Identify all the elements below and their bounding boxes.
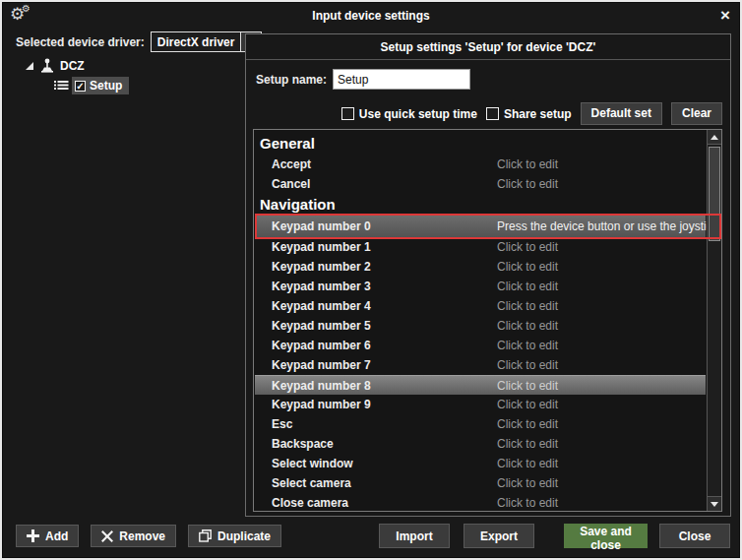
- list-item-value[interactable]: Click to edit: [497, 414, 558, 434]
- list-item-value[interactable]: Click to edit: [497, 355, 558, 375]
- list-item-close-camera[interactable]: Close cameraClick to edit: [255, 493, 706, 513]
- remove-button-label: Remove: [119, 529, 165, 543]
- list-item-select-camera[interactable]: Select cameraClick to edit: [255, 473, 706, 493]
- list-scrollbar[interactable]: [707, 130, 721, 511]
- footer-left-buttons: Add Remove Duplicate: [16, 525, 281, 547]
- import-button[interactable]: Import: [379, 524, 450, 548]
- list-item-backspace[interactable]: BackspaceClick to edit: [255, 434, 706, 454]
- duplicate-button-label: Duplicate: [217, 529, 271, 543]
- list-item-keypad-number-5[interactable]: Keypad number 5Click to edit: [255, 316, 706, 336]
- key-bindings-list: GeneralAcceptClick to editCancelClick to…: [253, 129, 722, 512]
- setup-name-input[interactable]: [333, 69, 470, 90]
- setup-name-field-label: Setup name:: [256, 73, 327, 87]
- list-item-value[interactable]: Click to edit: [497, 473, 558, 493]
- list-section-header: General: [255, 133, 706, 155]
- setup-options-row: Use quick setup time Share setup Default…: [246, 102, 722, 125]
- settings-list-rows: GeneralAcceptClick to editCancelClick to…: [255, 133, 706, 513]
- clear-button[interactable]: Clear: [671, 102, 722, 125]
- setup-panel-header: Setup settings 'Setup' for device 'DCZ': [246, 34, 730, 60]
- list-item-value[interactable]: Press the device button or use the joyst…: [497, 216, 718, 237]
- driver-dropdown-value: DirectX driver: [152, 32, 240, 51]
- list-item-label: Backspace: [272, 434, 334, 454]
- setup-checkbox-checked[interactable]: ✓: [75, 81, 86, 92]
- list-item-keypad-number-7[interactable]: Keypad number 7Click to edit: [255, 355, 706, 375]
- triangle-down-icon: [711, 502, 718, 507]
- list-item-value[interactable]: Click to edit: [497, 296, 558, 316]
- list-item-value[interactable]: Click to edit: [497, 454, 558, 473]
- expander-icon[interactable]: [26, 62, 33, 70]
- list-item-label: Keypad number 8: [272, 376, 371, 396]
- add-button[interactable]: Add: [16, 525, 79, 547]
- list-item-keypad-number-3[interactable]: Keypad number 3Click to edit: [255, 277, 706, 296]
- plus-icon: [27, 529, 39, 542]
- list-item-value[interactable]: Click to edit: [497, 257, 558, 277]
- list-section-header: Navigation: [255, 194, 706, 216]
- setup-settings-panel: Setup settings 'Setup' for device 'DCZ' …: [245, 33, 731, 517]
- window-title: Input device settings: [2, 2, 740, 30]
- list-item-select-window[interactable]: Select windowClick to edit: [255, 454, 706, 473]
- list-item-keypad-number-6[interactable]: Keypad number 6Click to edit: [255, 336, 706, 355]
- list-item-label: Keypad number 3: [272, 277, 371, 296]
- add-button-label: Add: [45, 529, 68, 543]
- list-item-value[interactable]: Click to edit: [497, 174, 558, 194]
- list-item-label: Close camera: [272, 493, 348, 513]
- list-item-label: Keypad number 2: [272, 257, 371, 277]
- list-item-label: Select camera: [272, 473, 351, 493]
- footer-right-buttons: Import Export Save and close Close: [379, 524, 730, 548]
- device-tree: DCZ ✓ Setup: [26, 57, 129, 94]
- list-item-label: Keypad number 0: [272, 216, 371, 237]
- copy-icon: [199, 529, 212, 542]
- list-item-value[interactable]: Click to edit: [497, 277, 558, 296]
- setup-tree-item[interactable]: ✓ Setup: [72, 77, 129, 94]
- share-setup-label: Share setup: [504, 107, 572, 121]
- save-and-close-button[interactable]: Save and close: [564, 524, 648, 548]
- list-item-label: Keypad number 5: [272, 316, 371, 336]
- list-item-keypad-number-0[interactable]: Keypad number 0Press the device button o…: [255, 216, 706, 237]
- tree-node-setup[interactable]: ✓ Setup: [54, 77, 129, 94]
- list-item-label: Keypad number 9: [272, 395, 371, 414]
- list-item-keypad-number-1[interactable]: Keypad number 1Click to edit: [255, 237, 706, 257]
- x-icon: [101, 530, 113, 542]
- share-setup-checkbox[interactable]: [486, 107, 499, 120]
- setup-list-icon: [54, 80, 69, 93]
- title-bar: ⚙ ⚙ Input device settings ×: [2, 2, 740, 30]
- list-item-value[interactable]: Click to edit: [497, 376, 558, 396]
- list-item-label: Keypad number 1: [272, 237, 371, 257]
- list-item-value[interactable]: Click to edit: [497, 395, 558, 414]
- default-set-button[interactable]: Default set: [581, 102, 662, 125]
- list-item-value[interactable]: Click to edit: [497, 237, 558, 257]
- list-item-label: Keypad number 7: [272, 355, 371, 375]
- quick-setup-checkbox[interactable]: [341, 107, 354, 120]
- setup-name-label: Setup: [90, 79, 122, 93]
- quick-setup-option: Use quick setup time: [341, 107, 477, 121]
- list-item-keypad-number-9[interactable]: Keypad number 9Click to edit: [255, 395, 706, 414]
- joystick-icon: [39, 58, 55, 74]
- list-item-value[interactable]: Click to edit: [497, 493, 558, 513]
- tree-node-device[interactable]: DCZ: [26, 57, 129, 75]
- list-item-keypad-number-4[interactable]: Keypad number 4Click to edit: [255, 296, 706, 316]
- list-item-accept[interactable]: AcceptClick to edit: [255, 155, 706, 174]
- input-device-settings-dialog: ⚙ ⚙ Input device settings × Selected dev…: [0, 0, 742, 560]
- scroll-down-button[interactable]: [708, 496, 721, 511]
- list-item-label: Keypad number 4: [272, 296, 371, 316]
- list-item-keypad-number-8[interactable]: Keypad number 8Click to edit: [255, 375, 706, 395]
- export-button[interactable]: Export: [464, 524, 534, 548]
- remove-button[interactable]: Remove: [91, 525, 176, 547]
- list-item-keypad-number-2[interactable]: Keypad number 2Click to edit: [255, 257, 706, 277]
- list-item-value[interactable]: Click to edit: [497, 316, 558, 336]
- scrollbar-thumb[interactable]: [709, 147, 720, 241]
- device-name-label: DCZ: [60, 59, 85, 73]
- list-item-value[interactable]: Click to edit: [497, 434, 558, 454]
- list-item-label: Select window: [272, 454, 353, 473]
- quick-setup-label: Use quick setup time: [359, 107, 477, 121]
- list-item-value[interactable]: Click to edit: [497, 155, 558, 174]
- list-item-cancel[interactable]: CancelClick to edit: [255, 174, 706, 194]
- list-item-value[interactable]: Click to edit: [497, 336, 558, 355]
- scroll-up-button[interactable]: [708, 130, 721, 145]
- close-button[interactable]: Close: [659, 524, 730, 548]
- close-icon[interactable]: ×: [720, 6, 730, 26]
- duplicate-button[interactable]: Duplicate: [188, 525, 281, 547]
- share-setup-option: Share setup: [486, 107, 572, 121]
- device-driver-row: Selected device driver: DirectX driver: [16, 31, 262, 52]
- list-item-esc[interactable]: EscClick to edit: [255, 414, 706, 434]
